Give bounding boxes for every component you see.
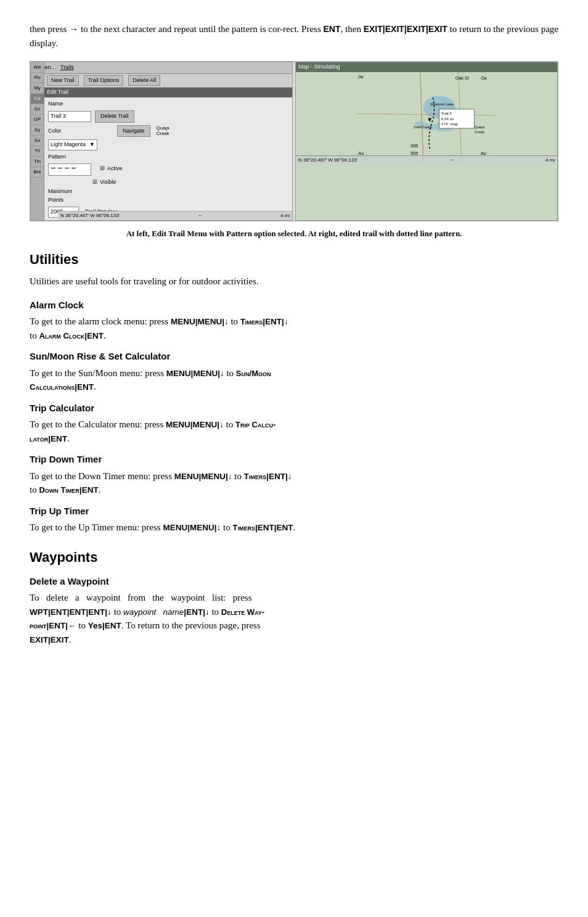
sidebar-item-tri: Tri [31,146,44,157]
exit-key-1: EXIT [364,24,383,34]
dropdown-icon: ▼ [89,141,95,149]
menu-key-sm-2: MENU [193,369,218,378]
intro-text-1: then press [30,24,69,34]
trip-down-heading: Trip Down Timer [30,453,558,467]
quapi-creek-label: QuapiCreek [157,125,169,137]
intro-text-3: , then [341,24,364,34]
trail-name-input[interactable]: Trail 3 [48,111,91,122]
color-select[interactable]: Light Magenta ▼ [48,139,97,150]
edit-trail-bar: Edit Trail [44,88,292,97]
exit-wp-1: EXIT [30,635,48,644]
sun-moon-key: Sun/Moon [236,369,271,378]
menu-key-1: MENU [171,317,195,326]
utilities-heading: Utilities [30,249,558,269]
down-td-2: |↓ [285,472,292,481]
right-scale-arrow: ↔ [449,157,454,164]
down-ac-2: |↓ [282,317,288,326]
sidebar-item-bre: Bre [31,167,44,178]
sidebar-item-tin: Tin [31,157,44,167]
svg-text:Oa: Oa [481,75,488,81]
visible-check: ☒ [92,178,97,187]
color-label: Color [48,127,85,136]
ent-td-1: ENT [269,472,285,481]
exit-wp-2: EXIT [51,635,69,644]
menu-trails: Trails [60,64,74,72]
dot3: ** [65,165,69,174]
exit-key-2: EXIT [385,24,404,34]
intro-paragraph: then press → to the next character and r… [30,22,558,50]
pattern-row: Pattern [48,153,288,162]
down-wp-1: |↓ [105,607,112,617]
dot1: ** [51,165,55,174]
arrow-icon: → [69,24,78,34]
left-panel: Screen... Trails Ala Ro My Ca So GP Sy S… [30,62,293,221]
left-scale: 4 mi [280,212,290,220]
sidebar-item-sy: Sy [31,125,44,136]
ent-wp-6: ENT [105,621,121,630]
ent-wp-3: ENT [88,607,105,617]
map-header: Map - Simulating [296,62,557,72]
color-select-row: Light Magenta ▼ [48,139,288,150]
max-points-label: Maximum Points [48,187,85,204]
map-body: Oak St Oa Skiatook Lake Dad Creek Quapi … [296,72,557,165]
ent-ac-1: ENT [265,317,282,326]
left-coords: N 36°20.467' W 96°06.133' [60,212,120,220]
exit-key-4: EXIT [428,24,447,34]
dot2: ** [58,165,62,174]
trip-down-text: To get to the Down Timer menu: press MEN… [30,469,558,497]
trip-calc-text: To get to the Calculator menu: press MEN… [30,417,558,445]
edit-trail-form: Name Trail 3 Delete Trail Color Navigate… [44,97,292,220]
exit-key-3: EXIT [407,24,426,34]
ent-wp-2: ENT [70,607,86,617]
sun-moon-heading: Sun/Moon Rise & Set Calculator [30,350,558,364]
calculations-key: Calculations [30,382,75,392]
svg-text:0.34 mi: 0.34 mi [441,116,454,120]
ent-ac-2: ENT [87,331,104,340]
down-tc-1: |↓ [217,420,224,429]
menu-key-td-2: MENU [201,472,226,481]
wpt-key: WPT [30,607,48,617]
menu-key-tc-2: MENU [193,420,218,429]
right-scale: 4 mi [545,157,555,164]
navigate-btn[interactable]: Navigate [117,125,150,138]
active-check: ☒ [100,165,105,173]
menu-key-tu-2: MENU [190,523,214,532]
ent-tc: ENT [51,434,67,443]
delete-trail-btn[interactable]: Delete Trail [95,110,134,123]
menu-bar: Screen... Trails [31,62,292,74]
menu-key-tu-1: MENU [163,523,187,532]
timers-key-tu: Timers [232,523,255,532]
alarm-clock-key: Alarm Clock [39,331,84,340]
svg-text:Trail 3: Trail 3 [441,111,452,115]
svg-rect-0 [356,72,497,165]
down-ac-1: |↓ [222,317,229,326]
menu-key-td-1: MENU [174,472,199,481]
trip-calc-heading: Trip Calculator [30,401,558,416]
new-trail-tab[interactable]: New Trail [47,75,79,86]
sidebar-item-su: Su [31,136,44,146]
caption-text: At left, Edit Trail Menu with Pattern op… [126,229,462,238]
waypoints-heading: Waypoints [30,547,558,567]
trip-up-text: To get to the Up Timer menu: press MENU|… [30,520,558,535]
delete-waypoint-key: Delete Way- [221,607,264,617]
menu-key-sm-1: MENU [166,369,191,378]
pattern-input[interactable]: ** ** ** ** [48,163,91,176]
color-row: Color Navigate QuapiCreek [48,125,288,138]
svg-text:Quapi: Quapi [475,125,485,129]
name-input-row: Trail 3 Delete Trail [48,110,288,123]
ent-tu-1: ENT [258,523,274,532]
timers-key-1: Timers [240,317,263,326]
yes-key: Yes [88,621,102,630]
ent-wp-1: ENT [51,607,67,617]
trail-options-tab[interactable]: Trail Options [84,75,124,86]
down-timer-key: Down Timer [39,485,79,495]
svg-text:0a: 0a [358,74,364,80]
trip-up-heading: Trip Up Timer [30,504,558,519]
sidebar-item-my: My [31,83,44,94]
active-checkbox-row: ☒ Active [100,165,123,173]
svg-text:Oak St: Oak St [455,75,469,81]
delete-all-tab[interactable]: Delete All [128,75,160,86]
delete-waypoint-text: To delete a waypoint from the waypoint l… [30,591,558,646]
down-wp-2: |↓ [203,607,210,617]
timers-key-td: Timers [244,472,266,481]
